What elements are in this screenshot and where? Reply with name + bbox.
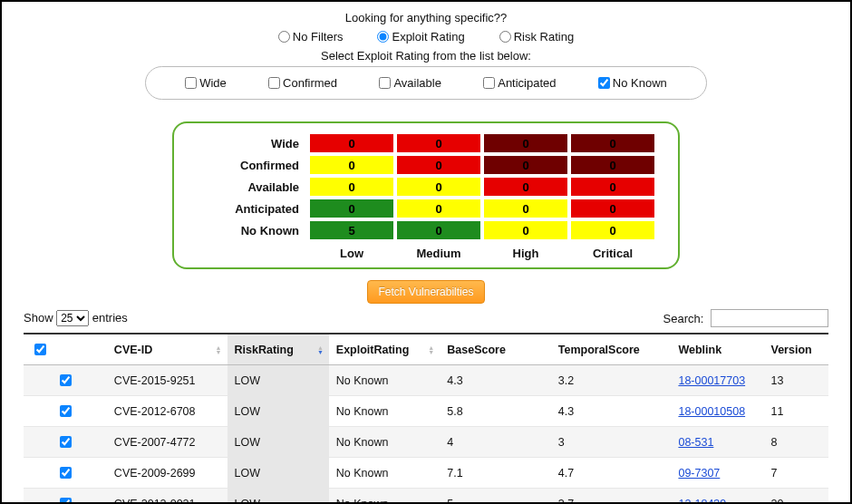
check-available-input[interactable]	[379, 77, 391, 89]
table-row: CVE-2012-6708LOWNo Known5.84.318-0001050…	[24, 396, 828, 427]
cell-version: 20	[764, 489, 829, 505]
cell-risk: LOW	[228, 458, 329, 489]
matrix-row-label-noknown: No Known	[198, 224, 306, 237]
matrix-cell-wide-medium: 0	[397, 134, 480, 152]
radio-exploit-rating-input[interactable]	[377, 31, 389, 43]
check-wide-label: Wide	[199, 76, 227, 90]
matrix-col-label-critical: Critical	[571, 247, 654, 260]
cell-exploit: No Known	[329, 489, 440, 505]
cell-risk: LOW	[228, 396, 329, 427]
matrix-cell-confirmed-high: 0	[484, 156, 567, 174]
column-header-risk-label: RiskRating	[235, 344, 294, 356]
column-header-select-all[interactable]	[24, 334, 107, 365]
matrix-cell-anticipated-low: 0	[310, 199, 393, 218]
cell-temporal: 4.7	[551, 458, 672, 489]
cell-exploit: No Known	[329, 458, 440, 489]
row-checkbox[interactable]	[60, 436, 72, 448]
row-checkbox-cell[interactable]	[24, 458, 107, 489]
matrix-col-label-high: High	[484, 247, 567, 260]
check-confirmed-label: Confirmed	[283, 76, 337, 90]
radio-no-filters-label: No Filters	[293, 30, 344, 44]
matrix-col-label-medium: Medium	[397, 247, 480, 260]
check-anticipated-label: Anticipated	[498, 76, 556, 90]
table-row: CVE-2012-0021LOWNo Known53.712-1843920	[24, 489, 828, 505]
cell-exploit: No Known	[329, 427, 440, 458]
sort-icon: ▲▼	[428, 345, 434, 354]
weblink[interactable]: 18-00017703	[678, 374, 745, 387]
weblink[interactable]: 08-531	[678, 436, 713, 449]
show-entries-select[interactable]: 25	[56, 310, 89, 326]
matrix-cell-noknown-high: 0	[484, 221, 567, 239]
matrix-cell-anticipated-high: 0	[484, 199, 567, 218]
search-input[interactable]	[711, 309, 828, 327]
column-header-version[interactable]: Version	[764, 334, 829, 365]
cell-exploit: No Known	[329, 365, 440, 396]
cell-risk: LOW	[228, 427, 329, 458]
check-confirmed[interactable]: Confirmed	[268, 76, 337, 90]
radio-risk-rating-label: Risk Rating	[514, 30, 574, 44]
cell-version: 13	[764, 365, 829, 396]
table-row: CVE-2009-2699LOWNo Known7.14.709-73077	[24, 458, 828, 489]
column-header-weblink[interactable]: Weblink	[671, 334, 763, 365]
cell-risk: LOW	[228, 489, 329, 505]
cell-weblink: 18-00017703	[671, 365, 763, 396]
cell-temporal: 3.7	[551, 489, 672, 505]
column-header-risk[interactable]: RiskRating ▲▼	[228, 334, 329, 365]
row-checkbox[interactable]	[60, 374, 72, 386]
column-header-base[interactable]: BaseScore	[440, 334, 550, 365]
show-entries-suffix: entries	[92, 311, 128, 325]
check-no-known-label: No Known	[613, 76, 667, 90]
check-wide[interactable]: Wide	[185, 76, 227, 90]
matrix-row-label-anticipated: Anticipated	[198, 202, 306, 216]
column-header-cve[interactable]: CVE-ID ▲▼	[107, 334, 228, 365]
matrix-cell-noknown-critical: 0	[571, 221, 654, 239]
row-checkbox-cell[interactable]	[24, 396, 107, 427]
row-checkbox[interactable]	[60, 467, 72, 479]
fetch-vulnerabilities-button[interactable]: Fetch Vulnerabilties	[367, 280, 486, 304]
check-available[interactable]: Available	[379, 76, 441, 90]
column-header-weblink-label: Weblink	[678, 344, 721, 356]
check-no-known-input[interactable]	[598, 77, 610, 89]
check-confirmed-input[interactable]	[268, 77, 280, 89]
exploit-list-caption: Select Exploit Rating from the list belo…	[24, 49, 828, 63]
row-checkbox-cell[interactable]	[24, 489, 107, 505]
select-all-checkbox[interactable]	[34, 344, 46, 355]
search-label: Search:	[663, 312, 704, 325]
weblink[interactable]: 09-7307	[678, 467, 720, 480]
radio-risk-rating[interactable]: Risk Rating	[499, 30, 574, 44]
cell-base: 4	[440, 427, 550, 458]
radio-exploit-rating[interactable]: Exploit Rating	[377, 30, 464, 44]
column-header-cve-label: CVE-ID	[114, 344, 152, 356]
row-checkbox[interactable]	[60, 498, 72, 504]
radio-no-filters[interactable]: No Filters	[278, 30, 344, 44]
matrix-cell-wide-critical: 0	[571, 134, 654, 152]
row-checkbox[interactable]	[60, 405, 72, 417]
matrix-cell-available-high: 0	[484, 178, 567, 196]
check-anticipated[interactable]: Anticipated	[483, 76, 556, 90]
cell-cve: CVE-2012-0021	[107, 489, 228, 505]
check-anticipated-input[interactable]	[483, 77, 495, 89]
exploit-risk-matrix: Wide 0 0 0 0 Confirmed 0 0 0 0 Available…	[172, 121, 680, 269]
matrix-row-label-wide: Wide	[198, 137, 306, 150]
check-no-known[interactable]: No Known	[598, 76, 667, 90]
radio-no-filters-input[interactable]	[278, 31, 290, 43]
matrix-cell-available-critical: 0	[571, 178, 654, 196]
weblink[interactable]: 12-18439	[678, 498, 726, 505]
row-checkbox-cell[interactable]	[24, 365, 107, 396]
filter-radio-group: No Filters Exploit Rating Risk Rating	[24, 30, 828, 44]
column-header-temporal[interactable]: TemporalScore	[551, 334, 672, 365]
radio-risk-rating-input[interactable]	[499, 31, 511, 43]
cell-cve: CVE-2007-4772	[107, 427, 228, 458]
matrix-cell-confirmed-low: 0	[310, 156, 393, 174]
matrix-row-label-available: Available	[198, 180, 306, 194]
column-header-exploit[interactable]: ExploitRating ▲▼	[329, 334, 440, 365]
cell-risk: LOW	[228, 365, 329, 396]
cell-cve: CVE-2012-6708	[107, 396, 228, 427]
row-checkbox-cell[interactable]	[24, 427, 107, 458]
radio-exploit-rating-label: Exploit Rating	[392, 30, 464, 44]
matrix-cell-confirmed-critical: 0	[571, 156, 654, 174]
weblink[interactable]: 18-00010508	[678, 405, 745, 418]
check-wide-input[interactable]	[185, 77, 197, 89]
sort-icon: ▲▼	[317, 345, 324, 354]
exploit-checkbox-group: Wide Confirmed Available Anticipated No …	[145, 66, 707, 100]
